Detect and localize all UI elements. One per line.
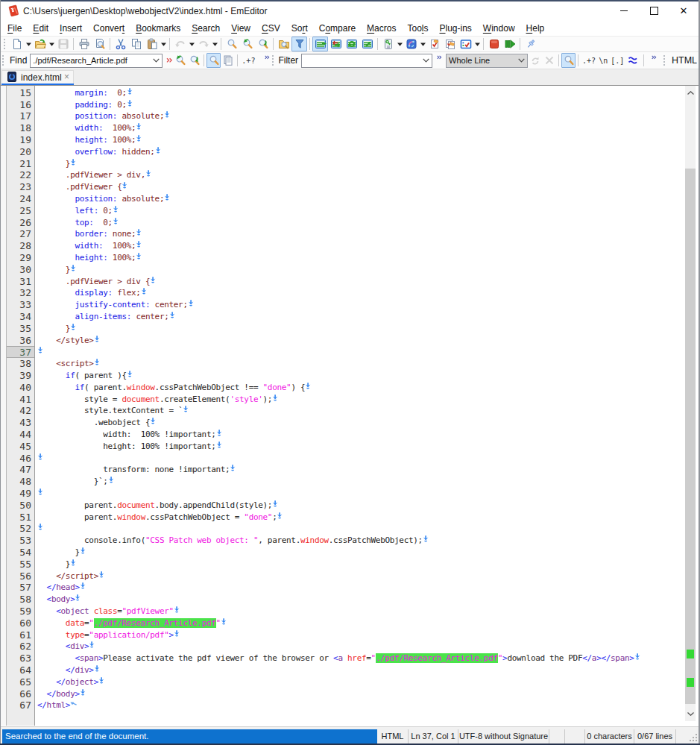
scrollbar-thumb[interactable] [685, 169, 696, 704]
find-input[interactable]: ./pdf/Research_Article.pdf [30, 54, 163, 68]
plugins-button[interactable] [403, 37, 419, 51]
open-folder-button[interactable] [32, 37, 48, 51]
filter-newline-button[interactable]: \n [599, 57, 608, 65]
close-button[interactable]: ✕ [669, 1, 699, 20]
macro-list-button[interactable] [380, 37, 396, 51]
menu-tools[interactable]: Tools [402, 20, 434, 36]
find-next-button[interactable] [187, 53, 201, 68]
dropdown-arrow-icon[interactable] [48, 37, 55, 51]
menu-edit[interactable]: Edit [28, 20, 54, 36]
find-overflow-chevron-icon[interactable] [166, 57, 173, 63]
match-mode-select[interactable]: Whole Line [446, 54, 528, 68]
menu-bookmarks[interactable]: Bookmarks [130, 20, 186, 36]
approx-match-button[interactable] [628, 56, 639, 65]
code-editor[interactable]: 1516171819202122232425262728293031323334… [1, 86, 699, 726]
redo-button[interactable] [195, 37, 211, 51]
code-token: .pdfViewer > div, [66, 170, 145, 180]
minimize-button[interactable] [609, 1, 639, 20]
menu-insert[interactable]: Insert [54, 20, 88, 36]
undo-button[interactable] [172, 37, 188, 51]
menu-help[interactable]: Help [520, 20, 550, 36]
scroll-down-icon[interactable] [685, 708, 696, 719]
menu-macros[interactable]: Macros [362, 20, 402, 36]
filter-clear-button[interactable] [542, 53, 556, 68]
csv-reload-button[interactable] [344, 37, 359, 51]
dropdown-arrow-icon[interactable] [160, 37, 167, 51]
menu-window[interactable]: Window [477, 20, 520, 36]
status-syntax[interactable]: HTML [377, 729, 409, 744]
pin-button[interactable] [523, 37, 538, 51]
crlf-mark [634, 653, 640, 664]
resize-grip[interactable] [688, 732, 698, 741]
filter-input[interactable] [301, 54, 432, 68]
save-button[interactable] [55, 37, 71, 51]
menu-search[interactable]: Search [186, 20, 226, 36]
find-toggle-button[interactable] [206, 53, 221, 68]
dropdown-arrow-icon[interactable] [396, 37, 403, 51]
run-macro-button[interactable] [442, 37, 458, 51]
csv-mode-button[interactable] [312, 37, 328, 51]
find-in-files-button[interactable] [276, 37, 291, 51]
csv-convert-button[interactable] [328, 37, 344, 51]
menu-file[interactable]: File [2, 20, 28, 36]
print-preview-button[interactable] [92, 37, 107, 51]
dropdown-arrow-icon[interactable] [473, 37, 481, 51]
filter-search-toggle-button[interactable] [561, 53, 576, 68]
new-document-button[interactable] [9, 37, 25, 51]
filter-refresh-button[interactable] [528, 53, 542, 68]
toolbar-grip[interactable] [2, 55, 6, 66]
copy-button[interactable] [128, 37, 144, 51]
filter-input-dropdown-icon[interactable] [420, 54, 432, 67]
menu-sort[interactable]: Sort [286, 20, 313, 36]
tab-index-html[interactable]: index.html × [1, 70, 74, 84]
menu-csv[interactable]: CSV [256, 20, 286, 36]
find-in-documents-button[interactable] [221, 53, 235, 68]
find-input-dropdown-icon[interactable] [150, 54, 162, 67]
find-next-button[interactable] [255, 37, 271, 51]
macro-options-button[interactable] [458, 37, 473, 51]
paste-button[interactable] [144, 37, 160, 51]
filter-overflow-chevron-icon[interactable] [437, 55, 442, 60]
find-previous-button[interactable] [173, 53, 187, 68]
maximize-button[interactable] [639, 1, 669, 20]
regex-toggle-button[interactable]: .+? [242, 57, 255, 65]
code-area[interactable]: margin: 0; padding: 0; position: absolut… [35, 86, 683, 726]
stop-record-button[interactable] [486, 37, 502, 51]
run-to-end-button[interactable] [502, 37, 517, 51]
find-more-chevron-icon[interactable] [265, 55, 270, 60]
filter-charset-button[interactable]: [.] [611, 57, 624, 65]
menu-view[interactable]: View [226, 20, 256, 36]
syntax-mode-button[interactable]: HTML [672, 55, 697, 66]
vertical-scrollbar[interactable] [685, 86, 696, 721]
record-macro-button[interactable] [426, 37, 442, 51]
toolbar-grip[interactable] [4, 39, 7, 49]
dropdown-arrow-icon[interactable] [188, 37, 195, 51]
match-mode-select-value[interactable]: Whole Line [447, 56, 515, 65]
toolbar-grip[interactable] [663, 55, 667, 66]
tab-close-icon[interactable]: × [64, 71, 69, 84]
csv-export-button[interactable] [359, 37, 375, 51]
print-button[interactable] [76, 37, 92, 51]
cut-button[interactable] [113, 37, 128, 51]
menu-convert[interactable]: Convert [88, 20, 130, 36]
zoom-button[interactable] [224, 37, 239, 51]
filter-more-chevron-icon[interactable] [652, 55, 657, 60]
match-mode-select-dropdown-icon[interactable] [515, 54, 527, 67]
code-token [37, 371, 66, 380]
scroll-up-icon[interactable] [685, 87, 696, 98]
menu-plugins[interactable]: Plug-ins [434, 20, 477, 36]
filter-regex-button[interactable]: .+? [582, 57, 596, 65]
dropdown-arrow-icon[interactable] [25, 37, 32, 51]
dropdown-arrow-icon[interactable] [211, 37, 218, 51]
filter-button[interactable] [291, 37, 307, 51]
toolbar-grip[interactable] [272, 55, 276, 66]
find-input-value[interactable]: ./pdf/Research_Article.pdf [31, 56, 150, 65]
status-encoding[interactable]: UTF-8 without Signature [458, 729, 549, 744]
dropdown-arrow-icon[interactable] [419, 37, 426, 51]
find-previous-button[interactable] [239, 37, 255, 51]
status-lines[interactable]: 0/67 lines [634, 729, 676, 744]
menu-compare[interactable]: Compare [313, 20, 361, 36]
status-selection[interactable]: 0 characters [585, 729, 634, 744]
status-cursor-position[interactable]: Ln 37, Col 1 [409, 729, 458, 744]
code-line-63: <span>Please activate the pdf viewer of … [37, 653, 640, 664]
